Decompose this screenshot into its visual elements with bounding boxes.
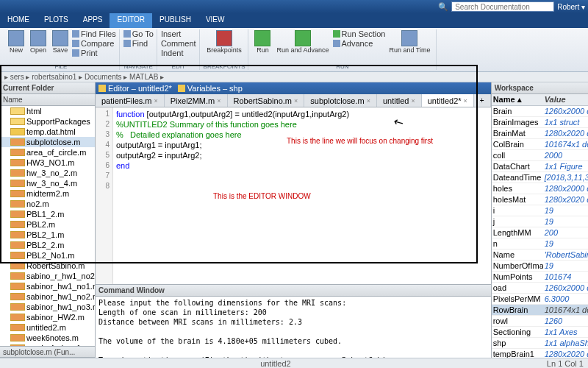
workspace-row[interactable]: RowBrain101674x1 dc [492, 305, 588, 316]
file-item[interactable]: PBL2_1.m [0, 230, 95, 240]
workspace-row[interactable]: coll2000 [492, 150, 588, 161]
file-item[interactable]: no2.m [0, 199, 95, 209]
variables-window-title: Variables – shp [178, 84, 243, 93]
editor-window-title: Editor – untitled2* [98, 84, 172, 93]
indent-button[interactable]: Indent [161, 49, 196, 57]
advance-button[interactable]: Advance [333, 39, 386, 48]
file-item[interactable]: sabinor_HW2.m [0, 312, 95, 322]
new-tab-button[interactable]: + [474, 94, 491, 107]
workspace-row[interactable]: j19 [492, 216, 588, 227]
file-list: htmlSupportPackagestemp.dat.htmlsubplotc… [0, 106, 95, 346]
find-button[interactable]: Find [123, 39, 154, 48]
workspace-row[interactable]: NumPoints101674 [492, 272, 588, 283]
column-header[interactable]: Name [0, 94, 95, 106]
file-item[interactable]: hw_3_no_2.m [0, 168, 95, 178]
annotation-text: This is the line we will focus on changi… [287, 137, 433, 145]
print-button[interactable]: Print [72, 49, 116, 57]
file-item[interactable]: PBL1_2.m [0, 209, 95, 219]
workspace-row[interactable]: Brain1260x2000 c [492, 106, 588, 117]
file-item[interactable]: sabinor_hw1_no3.m [0, 302, 95, 312]
ribbon: New Open Save Find Files Compare Print F… [0, 28, 588, 72]
file-item[interactable]: HW3_NO1.m [0, 158, 95, 168]
close-icon[interactable]: × [217, 97, 220, 105]
close-icon[interactable]: × [367, 97, 370, 105]
editor-tab-strip: patientFiles.m×Pixel2MM.m×RobertSabino.m… [96, 94, 491, 107]
workspace-row[interactable]: tempBrain11280x2020 dc [492, 349, 588, 358]
compare-button[interactable]: Compare [72, 39, 116, 48]
workspace-row[interactable]: holesMat1280x2020 dc [492, 194, 588, 205]
file-item[interactable]: subplotclose.m [0, 137, 95, 147]
main-tab-view[interactable]: VIEW [198, 13, 232, 28]
workspace-row[interactable]: i19 [492, 205, 588, 216]
save-button[interactable]: Save [50, 29, 71, 54]
file-item[interactable]: html [0, 106, 95, 116]
breakpoints-button[interactable]: Breakpoints [204, 29, 244, 54]
workspace-row[interactable]: ColBrain101674x1 dc [492, 139, 588, 150]
new-button[interactable]: New [6, 29, 26, 54]
file-item[interactable]: sabinor_hw1_no2.m [0, 291, 95, 302]
address-bar[interactable]: ▸ sers ▸ robertsabino1 ▸ Documents ▸ MAT… [0, 72, 588, 82]
run-button[interactable]: Run [252, 29, 273, 54]
main-tab-plots[interactable]: PLOTS [37, 13, 76, 28]
workspace-row[interactable]: BrainMat1280x2020 dc [492, 128, 588, 139]
workspace-title: Workspace [492, 82, 588, 94]
annotation-text: This is the EDITOR WINDOW [213, 192, 311, 200]
workspace-row[interactable]: shp1x1 alphaSha [492, 338, 588, 349]
close-icon[interactable]: × [294, 97, 298, 105]
file-item[interactable]: SupportPackages [0, 116, 95, 127]
editor-tab[interactable]: patientFiles.m× [96, 94, 165, 107]
workspace-row[interactable]: Name'RobertSabino [492, 250, 588, 261]
main-tab-publish[interactable]: PUBLISH [152, 13, 198, 28]
workspace-row[interactable]: LengthMM200 [492, 227, 588, 238]
insert-button[interactable]: Insert [161, 29, 196, 38]
file-item[interactable]: sabino_r_hw1_no2.m [0, 271, 95, 281]
workspace-row[interactable]: Sectioning1x1 Axes [492, 327, 588, 338]
file-item[interactable]: hw_3_no_4.m [0, 178, 95, 188]
close-icon[interactable]: × [411, 97, 415, 105]
file-item[interactable]: sabinor_hw1_no1.m [0, 281, 95, 291]
main-tab-apps[interactable]: APPS [76, 13, 110, 28]
editor-tab[interactable]: untitled× [377, 94, 422, 107]
search-input[interactable] [451, 1, 554, 12]
main-tab-home[interactable]: HOME [0, 13, 37, 28]
file-item[interactable]: untitled2.m [0, 322, 95, 333]
user-menu[interactable]: Robert ▾ [557, 3, 585, 11]
editor-tab[interactable]: untitled2*× [422, 94, 474, 107]
close-icon[interactable]: × [154, 97, 157, 105]
main-tab-editor[interactable]: EDITOR [110, 13, 152, 28]
file-item[interactable]: PBL2_2.m [0, 240, 95, 250]
workspace-row[interactable]: rowl1260 [492, 316, 588, 327]
current-folder-title: Current Folder [0, 82, 95, 94]
command-window-title: Command Window [96, 285, 491, 297]
workspace-row[interactable]: holes1280x2000 c [492, 183, 588, 194]
file-item[interactable]: week6notes.m [0, 333, 95, 343]
main-tab-strip: HOMEPLOTSAPPSEDITORPUBLISHVIEW [0, 13, 588, 28]
workspace-row[interactable]: NumberOfIma...19 [492, 261, 588, 272]
file-item[interactable]: PBL2.m [0, 219, 95, 230]
workspace-row[interactable]: DataChart1x1 Figure [492, 161, 588, 172]
workspace-row[interactable]: oad1260x2000 c [492, 283, 588, 294]
run-time-button[interactable]: Run and Time [387, 29, 432, 54]
workspace-row[interactable]: PixelsPerMM6.3000 [492, 294, 588, 305]
editor-area[interactable]: 12345678 function [outputArg1,outputArg2… [96, 107, 491, 284]
run-advance-button[interactable]: Run and Advance [274, 29, 331, 54]
file-item[interactable]: temp.dat.html [0, 127, 95, 137]
comment-button[interactable]: Comment [161, 39, 196, 48]
status-center: untitled2 [260, 359, 291, 368]
run-section-button[interactable]: Run Section [333, 29, 386, 38]
workspace-row[interactable]: BrainImages1x1 struct [492, 117, 588, 128]
file-item[interactable]: midterm2.m [0, 188, 95, 199]
open-button[interactable]: Open [28, 29, 49, 54]
command-window-body[interactable]: Please input the following dimensions fo… [96, 297, 491, 358]
file-item[interactable]: RobertSabino.m [0, 261, 95, 271]
editor-tab[interactable]: subplotclose.m× [304, 94, 377, 107]
close-icon[interactable]: × [464, 97, 467, 105]
goto-button[interactable]: Go To [123, 29, 154, 38]
workspace-row[interactable]: DateandTime[2018,3,11,3... [492, 172, 588, 183]
find-files-button[interactable]: Find Files [72, 29, 116, 38]
file-item[interactable]: area_of_circle.m [0, 147, 95, 158]
workspace-row[interactable]: n19 [492, 238, 588, 250]
editor-tab[interactable]: Pixel2MM.m× [165, 94, 228, 107]
editor-tab[interactable]: RobertSabino.m× [228, 94, 305, 107]
file-item[interactable]: PBL2_No1.m [0, 250, 95, 261]
